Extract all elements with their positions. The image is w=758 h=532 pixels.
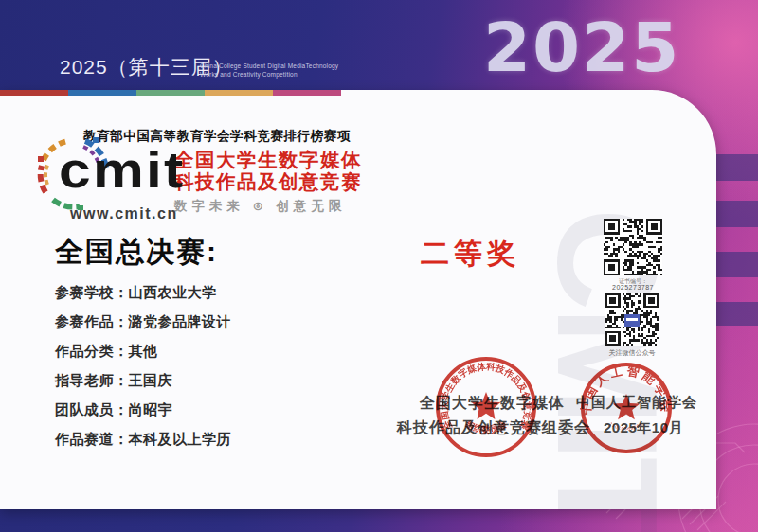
website-url: www.cmit.cn	[70, 205, 178, 222]
competition-title-line2: 科技作品及创意竞赛	[174, 170, 362, 192]
wechat-caption: 关注微信公众号	[580, 348, 684, 358]
competition-name-english-line1: China College Student Digital MediaTechn…	[200, 62, 338, 71]
detail-value: 山西农业大学	[129, 284, 217, 300]
organizer-seal: 全国大学生数字媒体科技作品及创意竞赛 组织委员会	[433, 354, 539, 460]
detail-row: 指导老师：王国庆	[55, 373, 231, 388]
detail-value: 本科及以上学历	[129, 431, 232, 447]
competition-title-cn: 全国大学生数字媒体 科技作品及创意竞赛	[174, 149, 362, 192]
competition-name-english: China College Student Digital MediaTechn…	[200, 62, 338, 79]
qr-code-certificate	[604, 219, 662, 275]
competition-title-line1: 全国大学生数字媒体	[174, 149, 362, 170]
seal-bottom-text: 组织委员会	[463, 418, 509, 435]
qr-code-wechat	[605, 293, 659, 346]
detail-value: 其他	[129, 343, 158, 359]
detail-row: 作品分类：其他	[55, 344, 231, 359]
strip-band	[716, 201, 758, 227]
stripe-segment	[205, 90, 273, 96]
decorative-stripe	[0, 90, 341, 96]
seal-star-icon	[613, 394, 641, 419]
co-organizer-seal: 中国人工智能学会 11010363856	[577, 359, 676, 457]
detail-label: 指导老师：	[55, 372, 129, 388]
detail-label: 作品分类：	[55, 343, 129, 359]
stripe-segment	[0, 90, 68, 96]
detail-row: 参赛作品：潞党参品牌设计	[55, 314, 231, 329]
final-stage-label: 全国总决赛:	[55, 233, 218, 272]
certificate-screenshot: 2025（第十三届） China College Student Digital…	[0, 0, 758, 532]
certificate-card: CMIT 教育部中国高等教育学会学科竞赛排行榜赛项 cmit www.cmit.…	[0, 90, 716, 509]
slogan: 数字未来 ⊙ 创意无限	[174, 198, 346, 215]
svg-text:11010363856: 11010363856	[608, 421, 643, 431]
big-year-graphic: 2025	[483, 13, 680, 81]
award-prize: 二等奖	[421, 235, 520, 274]
stripe-segment	[68, 90, 136, 96]
svg-text:组织委员会: 组织委员会	[463, 418, 509, 435]
strip-band	[716, 302, 758, 326]
strip-band	[716, 252, 758, 277]
detail-row: 作品赛道：本科及以上学历	[55, 432, 231, 447]
stripe-segment	[273, 90, 341, 96]
detail-value: 潞党参品牌设计	[129, 313, 232, 329]
detail-label: 团队成员：	[55, 401, 129, 417]
competition-name-english-line2: Works and Creativity Competition	[200, 71, 338, 80]
detail-label: 作品赛道：	[55, 431, 129, 447]
detail-label: 参赛学校：	[55, 284, 129, 300]
detail-label: 参赛作品：	[55, 313, 129, 329]
details-list: 参赛学校：山西农业大学参赛作品：潞党参品牌设计作品分类：其他指导老师：王国庆团队…	[55, 285, 231, 461]
detail-value: 尚昭宇	[129, 401, 173, 417]
strip-band	[716, 154, 758, 181]
cmit-wordmark: cmit	[59, 144, 185, 195]
certificate-number: 2025273787	[581, 284, 685, 291]
detail-value: 王国庆	[129, 372, 173, 388]
seal-star-icon	[472, 392, 500, 419]
detail-row: 参赛学校：山西农业大学	[55, 285, 231, 300]
seal-serial-text: 11010363856	[608, 421, 643, 431]
stripe-segment	[136, 90, 205, 96]
detail-row: 团队成员：尚昭宇	[55, 402, 231, 417]
